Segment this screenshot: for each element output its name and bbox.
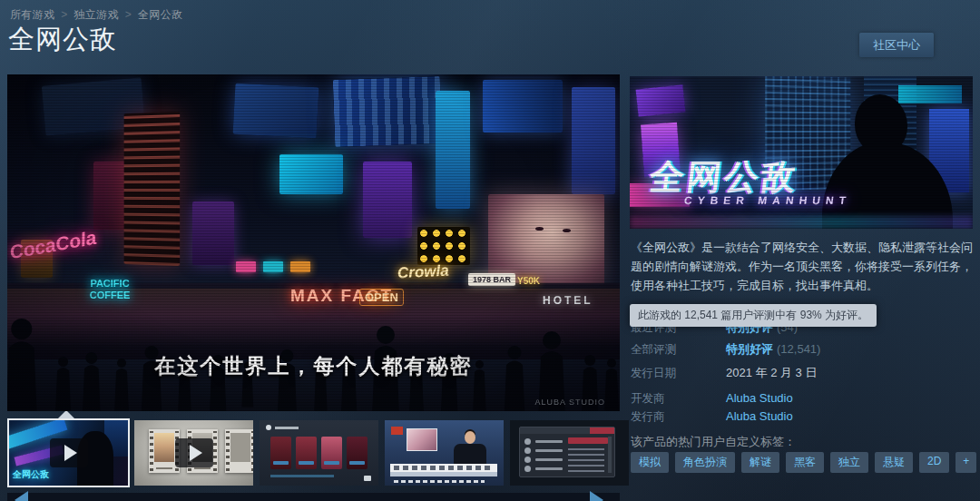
tags-section-label: 该产品的热门用户自定义标签： [631,434,796,450]
main-media-player[interactable]: CocaCola PACIFIC COFFEE MAX FACT OPEN Cr… [7,74,620,411]
news-anchor-body [454,444,486,464]
thumbnail-screenshot-cards[interactable] [260,420,378,486]
avatar [524,438,531,445]
neon-sign-1978-bar: 1978 BAR [468,273,515,286]
billboard-blue-1 [233,84,319,139]
detail-label: 开发商 [631,391,726,407]
character-cards [270,437,368,469]
card [321,437,342,469]
thumbnail-screenshot-news[interactable] [385,420,504,486]
thumbnail-strip-bar [7,493,620,501]
billboard-cyan [279,154,343,194]
billboard-blue-striped [333,76,443,147]
game-capsule-image: 全网公敌 CYBER MANHUNT [630,76,973,229]
detail-label: 发行商 [631,409,726,425]
breadcrumb-indie-games[interactable]: 独立游戏 [74,8,119,21]
capsule-neon-ground [630,216,973,229]
tag-indie[interactable]: 独立 [830,452,868,473]
capsule-neon-board [898,85,962,103]
chat-row [535,440,563,443]
tag-suspense[interactable]: 悬疑 [875,452,913,473]
face-eye [563,229,571,232]
thumbnails-next-button[interactable] [590,491,603,501]
detail-row-publisher: 发行商Aluba Studio [631,409,793,425]
chat-row [535,467,563,470]
community-hub-button[interactable]: 社区中心 [859,33,934,57]
developer-link[interactable]: Aluba Studio [726,391,793,405]
neon-chip [263,261,283,272]
detail-row-developer: 开发商Aluba Studio [631,391,793,407]
card [347,437,368,469]
card [270,437,291,469]
thumbnail-trailer-filmstrip[interactable] [134,420,253,486]
capsule-game-title-en: CYBER MANHUNT [683,194,852,207]
os-logo-icon [266,425,271,430]
ui-icon [364,476,371,481]
detail-row-all-reviews: 全部评测特别好评(12,541) [631,341,820,358]
chat-red-banner [568,437,608,444]
neon-sign-pacific-coffee: PACIFIC COFFEE [76,278,143,301]
detail-row-release-date: 发行日期2021 年 2 月 3 日 [631,365,817,381]
neon-chip [290,261,310,272]
thumbnails-prev-button[interactable] [15,491,28,501]
billboard-vertical-blue [572,87,615,194]
review-score-tooltip: 此游戏的 12,541 篇用户评测中有 93% 为好评。 [630,304,877,327]
chat-titlebar-alert [590,427,614,434]
photo [230,433,250,462]
neon-sign-crowla: Crowla [397,262,450,283]
game-description: 《全网公敌》是一款结合了网络安全、大数据、隐私泄露等社会问题的剧情向解谜游戏。作… [631,238,973,295]
user-tags: 模拟 角色扮演 解谜 黑客 独立 悬疑 2D + [631,452,976,473]
play-icon [64,445,77,461]
video-subtitle-caption: 在这个世界上，每个人都有秘密 [7,352,620,380]
breadcrumb: 所有游戏>独立游戏>全网公敌 [10,7,182,23]
tag-simulation[interactable]: 模拟 [631,452,669,473]
photo [154,433,174,462]
breadcrumb-current-game[interactable]: 全网公敌 [138,8,182,21]
news-sub-bar [390,472,497,476]
video-play-overlay [50,438,88,467]
caption-line [194,467,211,469]
tag-puzzle[interactable]: 解谜 [741,452,779,473]
face-eye [535,227,544,231]
play-icon [190,445,202,461]
tag-2d[interactable]: 2D [919,452,949,473]
thumbnail-screenshot-chat[interactable] [510,420,629,486]
media-thumbnail-strip: 全网公敌 [9,420,629,486]
game-info-panel: 全网公敌 CYBER MANHUNT 《全网公敌》是一款结合了网络安全、大数据、… [630,76,973,501]
more-tags-button[interactable]: + [956,452,976,473]
page-title: 全网公敌 [8,22,117,58]
thumbnail-trailer-city[interactable]: 全网公敌 [9,420,128,486]
news-channel-badge [391,427,403,435]
detail-label: 发行日期 [631,366,726,381]
chat-message-line [568,454,604,456]
news-ticker-bar [390,464,497,472]
breadcrumb-separator: > [61,8,67,21]
breadcrumb-all-games[interactable]: 所有游戏 [10,8,54,21]
city-tower [124,112,181,266]
steam-store-page: 所有游戏>独立游戏>全网公敌 全网公敌 社区中心 CocaCola PACIFI… [0,0,980,501]
all-review-count: (12,541) [777,342,820,356]
billboard-face-screen [488,194,604,285]
scrollbar[interactable] [608,437,612,473]
tag-rpg[interactable]: 角色扮演 [675,452,735,473]
billboard-violet [192,201,234,265]
chat-row [535,458,563,461]
news-caption-line [394,480,485,483]
chat-message-line [568,459,604,461]
tag-hacker[interactable]: 黑客 [786,452,824,473]
billboard-purple [363,162,412,238]
caption-line [156,467,172,469]
ui-bar [270,475,334,477]
filmstrip-frame [225,429,253,473]
thumb-neon-title: 全网公敌 [13,468,49,481]
chat-message-line [568,470,604,472]
detail-label: 全部评测 [631,342,726,358]
billboard-blue-2 [483,80,563,133]
publisher-link[interactable]: Aluba Studio [726,409,793,423]
neon-sign-y50k: Y50K [517,276,540,286]
all-review-summary[interactable]: 特别好评 [726,342,773,356]
card [296,437,317,469]
news-anchor-head [465,431,475,444]
avatar [524,447,531,454]
os-logo-text [275,427,299,429]
